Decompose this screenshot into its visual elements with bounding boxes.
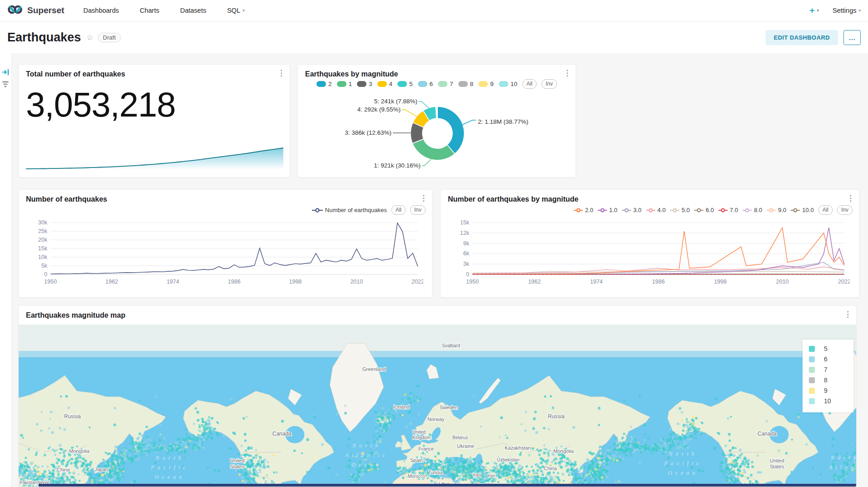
legend-item-5[interactable]: 5 bbox=[397, 81, 413, 87]
map-legend-item-7[interactable]: 7 bbox=[809, 366, 848, 373]
svg-text:2022: 2022 bbox=[411, 279, 423, 285]
superset-brand[interactable]: Superset bbox=[7, 4, 64, 17]
inv-button[interactable]: Inv bbox=[410, 205, 426, 215]
ocean-label: P a c i f i c bbox=[664, 460, 700, 467]
donut-legend: 21345678910AllInv bbox=[298, 79, 576, 89]
superset-logo-icon bbox=[7, 4, 24, 17]
nav-item-datasets[interactable]: Datasets bbox=[180, 7, 206, 14]
legend-item-2[interactable]: 2 bbox=[316, 81, 332, 87]
svg-text:6k: 6k bbox=[463, 250, 470, 257]
favorite-star-icon[interactable]: ☆ bbox=[86, 33, 93, 42]
legend-item-number-of-earthquakes[interactable]: Number of earthquakes bbox=[312, 207, 387, 213]
settings-menu[interactable]: Settings▾ bbox=[833, 7, 861, 14]
svg-text:0: 0 bbox=[466, 271, 469, 278]
svg-text:1950: 1950 bbox=[466, 279, 479, 285]
map-card: Earthquakes magnitude map ⋮ SvalbardGree… bbox=[18, 305, 857, 487]
legend-item-1.0[interactable]: 1.0 bbox=[598, 207, 617, 213]
donut-label-4: 4: 292k (9.55%) bbox=[357, 106, 401, 113]
legend-item-8.0[interactable]: 8.0 bbox=[743, 207, 762, 213]
donut-label-3: 3: 386k (12.63%) bbox=[345, 129, 391, 136]
chart-title: Earthquakes magnitude map bbox=[26, 311, 125, 320]
line-chart[interactable]: 03k6k9k12k15k195019621974198619982010202… bbox=[451, 218, 850, 286]
chevron-down-icon: ▾ bbox=[242, 8, 245, 13]
nav-item-charts[interactable]: Charts bbox=[140, 7, 160, 14]
series-1.0 bbox=[472, 228, 844, 274]
edit-dashboard-button[interactable]: EDIT DASHBOARD bbox=[766, 30, 838, 45]
map-label: Uzbekistan bbox=[497, 457, 519, 462]
brand-name: Superset bbox=[27, 5, 64, 15]
map-legend-item-6[interactable]: 6 bbox=[809, 355, 848, 363]
ocean-label: O c e a n bbox=[668, 470, 696, 476]
map-label: Greenland bbox=[362, 366, 386, 372]
kebab-menu-icon[interactable]: ⋮ bbox=[563, 68, 571, 78]
inv-button[interactable]: Inv bbox=[837, 205, 853, 215]
legend-item-4.0[interactable]: 4.0 bbox=[646, 207, 666, 213]
filter-icon[interactable] bbox=[2, 81, 10, 89]
inv-button[interactable]: Inv bbox=[542, 79, 557, 89]
kebab-menu-icon[interactable]: ⋮ bbox=[277, 68, 285, 78]
svg-text:1986: 1986 bbox=[228, 279, 241, 285]
legend-item-6.0[interactable]: 6.0 bbox=[694, 207, 714, 213]
svg-text:1986: 1986 bbox=[652, 279, 665, 285]
svg-text:25k: 25k bbox=[38, 228, 48, 234]
donut-chart[interactable]: 2: 1.18M (38.77%)1: 921k (30.16%)3: 386k… bbox=[298, 88, 577, 178]
nav-menu: DashboardsChartsDatasetsSQL▾ bbox=[83, 7, 245, 14]
line-chart[interactable]: 05k10k15k20k25k30k1950196219741986199820… bbox=[29, 218, 423, 286]
map-label: Mongolia bbox=[69, 448, 90, 454]
big-number-card: Total number of earthquakes ⋮ 3,053,218 bbox=[18, 64, 290, 178]
map-legend-item-5[interactable]: 5 bbox=[809, 345, 848, 352]
svg-text:1998: 1998 bbox=[289, 279, 302, 285]
nav-item-dashboards[interactable]: Dashboards bbox=[83, 7, 119, 14]
legend-item-7.0[interactable]: 7.0 bbox=[718, 207, 738, 213]
map-legend-item-8[interactable]: 8 bbox=[809, 376, 848, 384]
new-item-button[interactable]: +▾ bbox=[809, 5, 819, 15]
kebab-menu-icon[interactable]: ⋮ bbox=[420, 193, 427, 203]
legend-item-3[interactable]: 3 bbox=[357, 81, 372, 87]
svg-text:30k: 30k bbox=[38, 219, 48, 226]
map-legend-item-10[interactable]: 10 bbox=[809, 397, 848, 405]
map-label: Japan bbox=[95, 467, 108, 472]
legend-item-10.0[interactable]: 10.0 bbox=[791, 207, 813, 213]
expand-filters-icon[interactable] bbox=[2, 68, 10, 76]
more-options-button[interactable]: … bbox=[843, 30, 861, 45]
all-button[interactable]: All bbox=[522, 79, 537, 89]
legend-item-4[interactable]: 4 bbox=[377, 81, 393, 87]
legend-item-6[interactable]: 6 bbox=[418, 81, 433, 87]
filter-rail bbox=[0, 53, 12, 487]
world-map[interactable]: SvalbardGreenlandIcelandSwedenNorwayRuss… bbox=[19, 325, 856, 487]
map-label: States bbox=[230, 464, 245, 469]
donut-label-5: 5: 241k (7.88%) bbox=[374, 98, 417, 105]
kebab-menu-icon[interactable]: ⋮ bbox=[847, 193, 854, 203]
map-label: Norway bbox=[427, 416, 445, 422]
legend-item-3.0[interactable]: 3.0 bbox=[622, 207, 642, 213]
legend-item-1[interactable]: 1 bbox=[337, 81, 352, 87]
line-chart-card-magnitude: Number of earthquakes by magnitude ⋮ 2.0… bbox=[440, 189, 859, 298]
ocean-label: O c e a n bbox=[155, 474, 182, 480]
kebab-menu-icon[interactable]: ⋮ bbox=[844, 309, 852, 319]
legend-item-7[interactable]: 7 bbox=[438, 81, 453, 87]
legend-item-10[interactable]: 10 bbox=[499, 81, 517, 87]
svg-text:10k: 10k bbox=[38, 254, 48, 260]
map-legend-item-9[interactable]: 9 bbox=[809, 387, 848, 394]
nav-item-sql[interactable]: SQL▾ bbox=[227, 7, 245, 14]
svg-text:2010: 2010 bbox=[776, 279, 789, 285]
legend-item-2.0[interactable]: 2.0 bbox=[574, 207, 593, 213]
legend-item-9.0[interactable]: 9.0 bbox=[767, 207, 786, 213]
all-button[interactable]: All bbox=[391, 205, 406, 215]
legend-item-8[interactable]: 8 bbox=[458, 81, 474, 87]
legend-item-5.0[interactable]: 5.0 bbox=[670, 207, 690, 213]
all-button[interactable]: All bbox=[818, 205, 833, 215]
big-number-value: 3,053,218 bbox=[26, 85, 176, 124]
map-label: Iceland bbox=[393, 404, 409, 410]
legend-swatch bbox=[337, 81, 346, 87]
ocean-label: A t l a n t bbox=[828, 464, 856, 471]
svg-text:1962: 1962 bbox=[105, 279, 118, 285]
legend-swatch bbox=[438, 81, 447, 87]
chevron-down-icon: ▾ bbox=[858, 8, 861, 13]
page-title: Earthquakes bbox=[7, 30, 81, 45]
line-chart-card-earthquakes: Number of earthquakes ⋮ Number of earthq… bbox=[18, 189, 432, 298]
map-label: Spain bbox=[410, 457, 423, 463]
map-label: United bbox=[770, 458, 784, 463]
legend-item-9[interactable]: 9 bbox=[478, 81, 494, 87]
line1-legend: Number of earthquakesAllInv bbox=[312, 205, 426, 215]
